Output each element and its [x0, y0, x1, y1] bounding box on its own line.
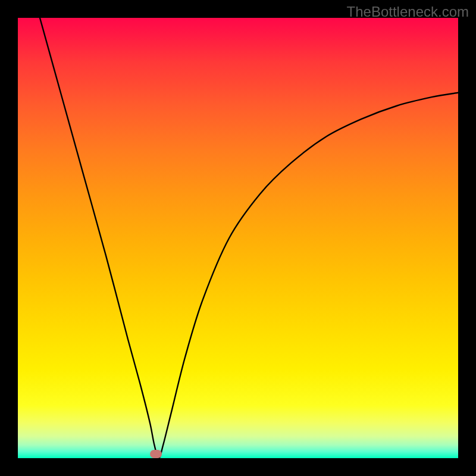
minimum-marker [150, 450, 162, 458]
chart-frame: TheBottleneck.com [0, 0, 476, 476]
bottleneck-curve [40, 18, 458, 458]
watermark-text: TheBottleneck.com [347, 4, 469, 20]
plot-area [18, 18, 458, 458]
curve-svg [18, 18, 458, 458]
